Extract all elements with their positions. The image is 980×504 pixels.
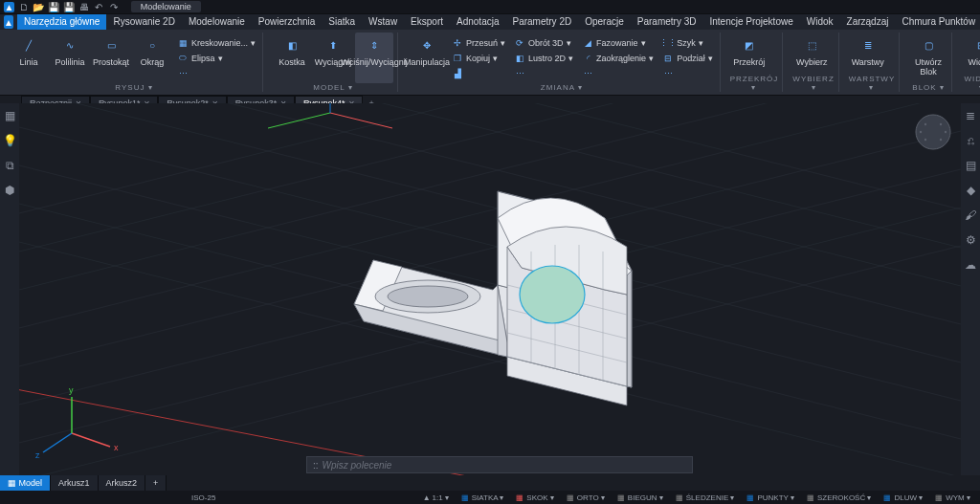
toggle-biegun[interactable]: ▦BIEGUN ▾ <box>612 493 667 502</box>
open-icon[interactable]: 📂 <box>33 2 44 12</box>
new-icon[interactable]: 🗋 <box>18 2 29 12</box>
chamfer-item[interactable]: ◢Fazowanie ▾ <box>579 36 657 50</box>
divide-item[interactable]: ⊟Podział ▾ <box>659 52 716 65</box>
rectangle-icon: ▭ <box>100 34 122 55</box>
sheet-set-icon[interactable]: ▦ <box>5 109 15 122</box>
more-item[interactable]: ⋯ <box>174 67 258 80</box>
layout-tab[interactable]: ▦ Model <box>0 475 51 491</box>
copy-icon: ❐ <box>452 53 463 64</box>
tab-operations[interactable]: Operacje <box>578 14 631 30</box>
line-button[interactable]: ╱Linia <box>10 33 48 83</box>
circle-button[interactable]: ○Okrąg <box>133 33 171 83</box>
history-icon[interactable]: ⎌ <box>968 134 974 147</box>
rotate3d-item[interactable]: ⟳Obrót 3D ▾ <box>511 36 576 50</box>
tab-design-intent[interactable]: Intencje Projektowe <box>702 14 799 30</box>
tab-manage[interactable]: Zarządzaj <box>840 14 896 30</box>
mirror-item[interactable]: ▟ <box>449 67 508 80</box>
panel-title[interactable]: MODEL ▾ <box>273 83 393 92</box>
manipulate-button[interactable]: ✥Manipulacja <box>408 33 446 83</box>
toggle-siatka[interactable]: ▦SIATKA ▾ <box>457 493 508 502</box>
save-icon[interactable]: 💾 <box>49 2 59 12</box>
app-icon[interactable]: ▲ <box>4 2 14 12</box>
panel-title[interactable]: WIDOKI ▾ <box>962 75 980 92</box>
svg-point-40 <box>940 139 942 141</box>
tab-export[interactable]: Eksport <box>404 14 450 30</box>
polyline-button[interactable]: ∿Polilinia <box>51 33 89 83</box>
panel-title[interactable]: WYBIERZ ▾ <box>792 75 834 92</box>
more-item[interactable]: ⋯ <box>511 67 576 80</box>
grid-icon: ▦ <box>806 493 815 502</box>
layout-tab[interactable]: Arkusz2 <box>99 475 146 491</box>
undo-icon[interactable]: ↶ <box>94 2 104 12</box>
panel-widoki: ⊞WidokiWIDOKI ▾ <box>958 33 980 92</box>
tab-insert[interactable]: Wstaw <box>362 14 404 30</box>
solid-icon[interactable]: ⬢ <box>5 184 14 197</box>
panel-wybierz: ⬚WybierzWYBIERZ ▾ <box>789 33 838 92</box>
panel-title[interactable]: ZMIANA ▾ <box>408 83 716 92</box>
structure-icon[interactable]: ⧉ <box>6 159 14 172</box>
tab-view[interactable]: Widok <box>800 14 840 30</box>
hatch-item[interactable]: ▦Kreskowanie... ▾ <box>174 36 258 50</box>
copy-item[interactable]: ❐Kopiuj ▾ <box>449 52 508 65</box>
toggle-śledzenie[interactable]: ▦ŚLEDZENIE ▾ <box>671 493 739 502</box>
add-layout[interactable]: + <box>145 475 167 491</box>
toggle-orto[interactable]: ▦ORTO ▾ <box>562 493 609 502</box>
tab-mesh[interactable]: Siatka <box>322 14 362 30</box>
lightbulb-icon[interactable]: 💡 <box>3 134 17 147</box>
block-button[interactable]: ▢Utwórz Blok <box>909 33 947 83</box>
tab-modeling[interactable]: Modelowanie <box>182 14 252 30</box>
panel-title[interactable]: PRZEKRÓJ ▾ <box>730 75 779 92</box>
tab-home[interactable]: Narzędzia główne <box>17 14 107 30</box>
redo-icon[interactable]: ↷ <box>109 2 120 12</box>
ribbon: ╱Linia∿Polilinia▭Prostokąt○Okrąg▦Kreskow… <box>0 30 980 96</box>
app-menu-icon[interactable]: ▲ <box>4 15 13 29</box>
select-button[interactable]: ⬚Wybierz <box>792 33 831 75</box>
tab-draw2d[interactable]: Rysowanie 2D <box>106 14 181 30</box>
scale-control[interactable]: ▲ 1:1 ▾ <box>419 493 453 502</box>
saveas-icon[interactable]: 💾 <box>63 2 74 12</box>
toggle-wym[interactable]: ▦WYM ▾ <box>930 493 974 502</box>
more-item[interactable]: ⋯ <box>659 67 716 80</box>
toggle-skok[interactable]: ▦SKOK ▾ <box>511 493 557 502</box>
panel-rysuj: ╱Linia∿Polilinia▭Prostokąt○Okrąg▦Kreskow… <box>6 33 263 92</box>
views-button[interactable]: ⊞Widoki <box>962 33 980 75</box>
dimstyle-label[interactable]: ISO-25 <box>191 493 215 502</box>
svg-line-44 <box>43 433 72 452</box>
toggle-punkty[interactable]: ▦PUNKTY ▾ <box>742 493 798 502</box>
param-icon[interactable]: ⚙ <box>966 233 976 247</box>
cloud-icon[interactable]: ☁ <box>965 258 976 272</box>
array-item[interactable]: ⋮⋮Szyk ▾ <box>659 36 716 50</box>
command-line[interactable]: :: Wpisz polecenie <box>306 456 693 473</box>
layers-panel-icon[interactable]: ≣ <box>966 109 975 122</box>
mirror2d-item[interactable]: ◧Lustro 2D ▾ <box>511 52 576 65</box>
panel-title[interactable]: WARSTWY ▾ <box>849 75 895 92</box>
tab-param3d[interactable]: Parametry 3D <box>631 14 703 30</box>
viewport[interactable]: x y z <box>19 103 961 475</box>
panel-title[interactable]: RYSUJ ▾ <box>10 83 258 92</box>
tab-param2d[interactable]: Parametry 2D <box>506 14 579 30</box>
paint-icon[interactable]: 🖌 <box>965 208 976 222</box>
tab-pointcloud[interactable]: Chmura Punktów <box>895 14 980 30</box>
more-item[interactable]: ⋯ <box>579 67 657 80</box>
tab-annotation[interactable]: Adnotacja <box>450 14 505 30</box>
fillet-item[interactable]: ◜Zaokrąglenie ▾ <box>579 52 657 65</box>
materials-icon[interactable]: ◆ <box>967 184 975 197</box>
move-item[interactable]: ✢Przesuń ▾ <box>449 36 508 50</box>
grid-icon: ▦ <box>934 493 944 502</box>
tab-surface[interactable]: Powierzchnia <box>252 14 322 30</box>
toggle-szerokość[interactable]: ▦SZEROKOŚĆ ▾ <box>802 493 875 502</box>
toggle-dluw[interactable]: ▦DLUW ▾ <box>879 493 926 502</box>
section-button[interactable]: ◩Przekrój <box>730 33 768 75</box>
props-icon[interactable]: ▤ <box>966 159 976 172</box>
cube-button[interactable]: ◧Kostka <box>273 33 311 83</box>
layout-tab[interactable]: Arkusz1 <box>51 475 99 491</box>
ellipse-icon: ⬭ <box>177 53 189 64</box>
presspull-button[interactable]: ⇕Wciśnij/Wyciągnij <box>355 33 393 83</box>
workspace-dropdown[interactable]: Modelowanie <box>131 1 201 12</box>
plot-icon[interactable]: 🖶 <box>78 2 89 12</box>
rectangle-button[interactable]: ▭Prostokąt <box>92 33 130 83</box>
layers-button[interactable]: ≣Warstwy <box>849 33 887 75</box>
panel-title[interactable]: BLOK ▾ <box>909 83 947 92</box>
ellipse-item[interactable]: ⬭Elipsa ▾ <box>174 52 258 65</box>
svg-point-38 <box>940 123 942 125</box>
